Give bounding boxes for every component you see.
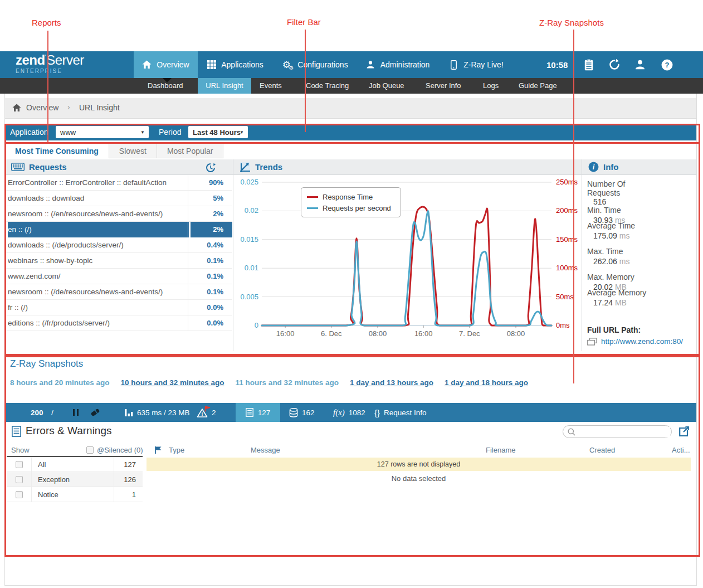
request-row[interactable]: newsroom :: (/en/resources/news-and-even… xyxy=(4,206,232,222)
restart-icon[interactable] xyxy=(608,59,621,71)
info-icon: i xyxy=(588,162,599,172)
alerts-item[interactable]: ! 2 xyxy=(197,403,216,422)
request-row[interactable]: www.zend.com/0.1% xyxy=(4,269,232,284)
errors-count-chip[interactable]: 127 xyxy=(236,403,280,422)
info-value: 17.24 MB xyxy=(593,298,630,307)
divider xyxy=(114,457,114,502)
period-select-value: Last 48 Hours xyxy=(193,128,241,137)
help-icon[interactable]: ? xyxy=(661,59,673,71)
request-row[interactable]: editions :: (/fr/products/server/)0.0% xyxy=(4,315,232,331)
search-input[interactable] xyxy=(579,427,670,438)
svg-text:!: ! xyxy=(202,411,203,417)
svg-text:16:00: 16:00 xyxy=(276,329,295,338)
export-icon[interactable] xyxy=(678,426,690,437)
col-created[interactable]: Created xyxy=(589,446,615,454)
snapshot-link-3[interactable]: 11 hours and 32 minutes ago xyxy=(236,378,339,387)
subnav-events[interactable]: Events xyxy=(260,78,282,94)
nav-item-configurations[interactable]: ⚙⚙ Configurations xyxy=(276,51,353,78)
row-checkbox[interactable] xyxy=(16,491,23,498)
reports-tabs: Most Time Consuming Slowest Most Popular xyxy=(4,143,223,159)
svg-text:0: 0 xyxy=(255,321,258,329)
col-type[interactable]: Type xyxy=(169,446,184,454)
nav-item-administration[interactable]: Administration xyxy=(361,51,435,78)
snapshot-link-5[interactable]: 1 day and 18 hours ago xyxy=(445,378,528,387)
legend-response-time: Response Time xyxy=(307,191,395,202)
breadcrumb-separator: › xyxy=(67,103,70,111)
info-label: Average Memory xyxy=(587,288,653,297)
request-row[interactable]: webinars :: show-by-topic0.1% xyxy=(4,253,232,269)
queries-item[interactable]: 162 xyxy=(289,403,315,422)
info-value: 175.09 ms xyxy=(593,231,630,240)
annotation-filterbar-line xyxy=(305,30,306,132)
info-label: Average Time xyxy=(587,221,653,230)
eraser-icon[interactable] xyxy=(90,403,101,422)
filter-bar: Application www ▼ Period Last 48 Hours ▼ xyxy=(4,124,697,140)
request-value: 0.0% xyxy=(189,300,232,315)
annotation-zray-line xyxy=(573,30,574,383)
request-name: webinars :: show-by-topic xyxy=(8,253,185,269)
col-show: Show xyxy=(11,446,30,454)
request-row-selected[interactable]: en :: (/)2% xyxy=(4,222,232,237)
col-message[interactable]: Message xyxy=(251,446,280,454)
period-label: Period xyxy=(159,124,181,140)
filter-row-notice[interactable]: Notice 1 xyxy=(7,487,143,502)
row-checkbox[interactable] xyxy=(16,476,23,483)
tab-most-popular[interactable]: Most Popular xyxy=(157,143,223,158)
filter-row-all[interactable]: All 127 xyxy=(7,457,143,472)
pause-icon[interactable] xyxy=(72,403,80,422)
functions-count: 1082 xyxy=(349,409,365,417)
tab-slowest[interactable]: Slowest xyxy=(109,143,157,158)
col-action[interactable]: Acti... xyxy=(672,446,690,454)
snapshot-link-2[interactable]: 10 hours and 32 minutes ago xyxy=(121,378,224,387)
tab-most-time-consuming[interactable]: Most Time Consuming xyxy=(4,143,109,158)
fx-icon: f(x) xyxy=(333,408,345,417)
subnav-url-insight[interactable]: URL Insight xyxy=(198,78,251,94)
request-row[interactable]: downloads :: (/de/products/server/)0.4% xyxy=(4,237,232,253)
subnav-logs[interactable]: Logs xyxy=(483,78,499,94)
filter-label: Notice xyxy=(38,487,58,502)
request-name: downloads :: download xyxy=(8,191,185,206)
request-value: 90% xyxy=(189,175,232,191)
nav-item-overview[interactable]: Overview xyxy=(134,51,198,78)
application-select-value: www xyxy=(60,128,76,137)
nav-item-zray-live[interactable]: Z-Ray Live! xyxy=(448,51,505,78)
subnav-guide-page[interactable]: Guide Page xyxy=(519,78,557,94)
subnav-server-info[interactable]: Server Info xyxy=(426,78,461,94)
info-header: i Info xyxy=(582,159,697,175)
subnav-job-queue[interactable]: Job Queue xyxy=(369,78,404,94)
silenced-checkbox[interactable] xyxy=(86,446,94,454)
svg-text:16:00: 16:00 xyxy=(414,329,433,338)
full-url-link[interactable]: http://www.zend.com:80/ xyxy=(601,337,683,346)
svg-text:0ms: 0ms xyxy=(556,321,570,329)
divider xyxy=(31,457,32,502)
svg-text:7. Dec: 7. Dec xyxy=(459,329,480,338)
status-code: 200 xyxy=(31,403,43,422)
audit-trail-icon[interactable] xyxy=(583,59,595,71)
response-time-icon[interactable] xyxy=(205,162,216,173)
snapshot-link-1[interactable]: 8 hours and 20 minutes ago xyxy=(10,378,110,387)
functions-item[interactable]: f(x) 1082 xyxy=(333,403,365,422)
request-value: 2% xyxy=(189,206,232,222)
breadcrumb-home-icon[interactable] xyxy=(12,104,21,112)
col-silenced[interactable]: @Silenced (0) xyxy=(97,446,143,454)
filter-count: 127 xyxy=(124,457,136,472)
info-value: 262.06 ms xyxy=(593,257,630,266)
period-select[interactable]: Last 48 Hours ▼ xyxy=(188,126,248,138)
user-icon[interactable] xyxy=(634,59,646,71)
subnav-code-tracing[interactable]: Code Tracing xyxy=(306,78,349,94)
row-checkbox[interactable] xyxy=(16,461,23,468)
search-box[interactable] xyxy=(563,425,672,438)
nav-item-applications[interactable]: Applications xyxy=(202,51,268,78)
col-filename[interactable]: Filename xyxy=(486,446,515,454)
filter-row-exception[interactable]: Exception 126 xyxy=(7,472,143,487)
snapshot-link-4[interactable]: 1 day and 13 hours ago xyxy=(350,378,433,387)
request-row[interactable]: ErrorController :: ErrorController :: de… xyxy=(4,175,232,191)
request-row[interactable]: fr :: (/)0.0% xyxy=(4,300,232,315)
no-data-selected: No data selected xyxy=(147,474,691,483)
request-row[interactable]: newsroom :: (/de/resources/news-and-even… xyxy=(4,284,232,300)
request-info-item[interactable]: {} Request Info xyxy=(374,403,427,422)
legend-requests-per-second: Requests per second xyxy=(307,202,395,213)
breadcrumb-overview[interactable]: Overview xyxy=(26,103,58,112)
request-row[interactable]: downloads :: download5% xyxy=(4,191,232,206)
application-select[interactable]: www ▼ xyxy=(56,126,149,138)
